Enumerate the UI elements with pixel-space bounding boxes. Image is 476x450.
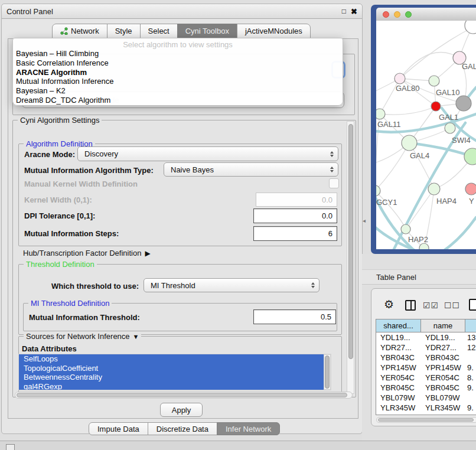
new-column-icon[interactable]	[469, 299, 476, 311]
expand-arrow-icon[interactable]: ▶	[145, 249, 150, 257]
network-node[interactable]	[419, 243, 429, 249]
tab-select[interactable]: Select	[140, 24, 178, 38]
manual-kernel-checkbox[interactable]	[329, 178, 339, 188]
network-node[interactable]	[456, 96, 471, 111]
network-node[interactable]	[402, 135, 417, 151]
panel-toggle-icon[interactable]	[6, 444, 15, 450]
table-row[interactable]: YPR145WYPR145W9.	[376, 363, 476, 373]
table-row[interactable]: YDR27...YDR27...12	[376, 343, 476, 353]
aracne-mode-combo[interactable]: Discovery	[77, 146, 338, 161]
network-node[interactable]	[376, 109, 385, 119]
network-canvas[interactable]: GALGAL80GAL10GAL1GAL11SWI4GAL4GCY1HAP4YH…	[376, 21, 476, 249]
network-edge[interactable]	[380, 106, 436, 115]
mi-threshold-label: Mutual Information Threshold:	[29, 313, 140, 322]
network-node[interactable]	[401, 224, 410, 234]
table-row[interactable]: YBR045CYBR045C9.	[376, 383, 476, 393]
network-node[interactable]	[395, 73, 405, 84]
control-panel-titlebar[interactable]: Control Panel □ ✖	[2, 4, 362, 19]
algorithm-option[interactable]: Mutual Information Inference	[13, 77, 343, 86]
network-edge[interactable]	[439, 217, 476, 249]
dpi-tolerance-input[interactable]: 0.0	[253, 208, 337, 223]
column-header[interactable]: shared...	[376, 319, 421, 332]
traffic-zoom-icon[interactable]	[405, 11, 412, 18]
which-threshold-combo[interactable]: MI Threshold	[144, 278, 319, 292]
tab-style[interactable]: Style	[107, 24, 141, 38]
traffic-minimize-icon[interactable]	[394, 11, 400, 18]
table-row[interactable]: YIL052CYIL052C9	[376, 413, 476, 415]
network-edge[interactable]	[376, 143, 409, 191]
unchecked-boxes-icon[interactable]: ☐☐	[444, 301, 460, 310]
attribute-item[interactable]: TopologicalCoefficient	[19, 364, 327, 373]
algorithm-option[interactable]: Basic Correlation Inference	[13, 58, 343, 68]
network-window-titlebar[interactable]	[376, 8, 476, 21]
tab-jactivemnodules[interactable]: jActiveMNodules	[237, 24, 311, 38]
network-edge[interactable]	[400, 53, 459, 79]
panel-divider-grip-icon[interactable]: ◂	[363, 217, 366, 224]
network-node[interactable]	[465, 21, 476, 34]
tab-impute-data-label: Impute Data	[97, 425, 139, 433]
collapse-arrow-icon[interactable]: ▼	[133, 333, 139, 340]
table-cell: YIL052C	[376, 413, 421, 415]
combo-arrows-icon	[330, 151, 334, 157]
split-columns-icon[interactable]	[405, 300, 416, 311]
kernel-width-input[interactable]: 0.0	[256, 193, 337, 207]
network-node[interactable]	[429, 76, 439, 86]
network-node[interactable]	[428, 183, 440, 195]
table-cell	[465, 353, 476, 363]
kernel-width-label: Kernel Width (0,1):	[24, 195, 92, 204]
attributes-scrollbar[interactable]	[324, 354, 331, 390]
settings-vertical-scrollbar[interactable]	[347, 121, 354, 394]
tab-impute-data[interactable]: Impute Data	[89, 422, 148, 435]
sources-group-title[interactable]: Sources for Network Inference▼	[24, 332, 141, 341]
control-panel-title: Control Panel	[6, 7, 53, 16]
network-icon	[60, 27, 68, 35]
network-node-label: Y	[469, 197, 474, 206]
table-row[interactable]: YBR043CYBR043C	[376, 353, 476, 363]
mi-type-value: Naive Bayes	[171, 165, 214, 174]
hub-definition-toggle[interactable]: Hub/Transcription Factor Definition▶	[23, 249, 151, 257]
attribute-item[interactable]: SelfLoops	[19, 354, 327, 364]
apply-button-label: Apply	[172, 406, 191, 415]
table-cell: YDL19...	[421, 332, 465, 343]
tab-cyni-toolbox[interactable]: Cyni Toolbox	[177, 24, 237, 38]
float-icon[interactable]: □	[342, 7, 346, 15]
tab-discretize-data[interactable]: Discretize Data	[148, 422, 217, 435]
algorithm-option[interactable]: Bayesian – Hill Climbing	[13, 49, 343, 58]
table-row[interactable]: YER054CYER054C8.	[376, 373, 476, 383]
table-cell: YPR145W	[376, 363, 421, 373]
column-header[interactable]: name	[421, 319, 465, 332]
network-node[interactable]	[431, 102, 441, 111]
close-icon[interactable]: ✖	[351, 7, 357, 16]
mi-threshold-value: 0.5	[321, 312, 331, 321]
algorithm-option[interactable]: Bayesian – K2	[13, 86, 343, 96]
which-threshold-label: Which threshold to use:	[51, 282, 139, 291]
network-edge[interactable]	[406, 189, 434, 229]
gear-icon[interactable]: ⚙	[384, 298, 394, 311]
network-node[interactable]	[445, 123, 455, 133]
table-row[interactable]: YDL19...YDL19...13	[376, 332, 476, 343]
apply-button[interactable]: Apply	[160, 403, 203, 417]
data-attributes-list[interactable]: SelfLoopsTopologicalCoefficientBetweenne…	[18, 354, 331, 390]
table-row[interactable]: YLR345WYLR345W9.	[376, 403, 476, 413]
tab-infer-network-label: Infer Network	[226, 425, 271, 433]
settings-horizontal-scrollbar[interactable]	[15, 392, 353, 399]
network-node[interactable]	[376, 185, 380, 196]
mi-steps-input[interactable]: 6	[253, 226, 337, 241]
mi-threshold-input[interactable]: 0.5	[253, 309, 336, 324]
network-svg[interactable]: GALGAL80GAL10GAL1GAL11SWI4GAL4GCY1HAP4YH…	[376, 21, 476, 249]
tab-network[interactable]: Network	[52, 24, 107, 38]
algorithm-option[interactable]: Dream8 DC_TDC Algorithm	[13, 96, 343, 105]
attribute-item[interactable]: gal4RGexp	[19, 382, 327, 391]
network-node[interactable]	[465, 183, 476, 195]
checked-boxes-icon[interactable]: ☑☑	[423, 301, 439, 310]
bottom-tabs: Impute Data Discretize Data Infer Networ…	[89, 422, 280, 435]
network-node[interactable]	[464, 148, 476, 165]
mi-type-combo[interactable]: Naive Bayes	[164, 162, 338, 177]
algorithm-option[interactable]: ARACNE Algorithm	[13, 68, 343, 77]
table-row[interactable]: YBL079WYBL079W	[376, 393, 476, 403]
attribute-item[interactable]: BetweennessCentrality	[19, 373, 327, 382]
traffic-close-icon[interactable]	[383, 11, 389, 18]
column-header[interactable]	[465, 319, 476, 332]
tab-infer-network[interactable]: Infer Network	[217, 422, 280, 435]
table-horizontal-scrollbar[interactable]	[376, 417, 476, 423]
